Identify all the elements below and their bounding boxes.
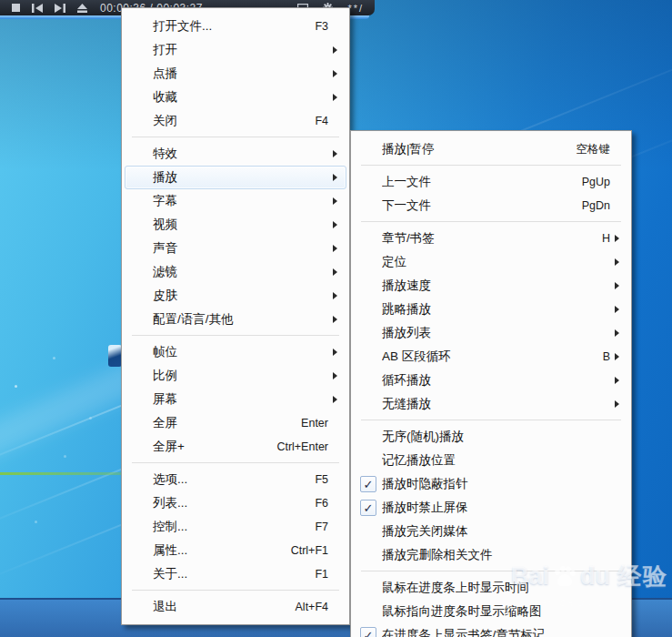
desktop-shortcut-icon[interactable]: [108, 345, 122, 367]
menu-item[interactable]: 鼠标在进度条上时显示时间: [354, 576, 628, 600]
menu-item[interactable]: 播放: [125, 166, 346, 189]
menu-separator: [361, 420, 621, 421]
next-icon[interactable]: [55, 4, 65, 13]
menu-item-shortcut: F4: [315, 115, 328, 127]
menu-item[interactable]: 声音: [125, 237, 346, 260]
eject-icon[interactable]: [77, 4, 87, 13]
menu-item-label: 控制...: [153, 519, 315, 535]
menu-item-shortcut: F3: [315, 20, 328, 33]
desktop-wallpaper: 00:00:36 / 00:03:27 **/: [0, 0, 672, 637]
submenu-arrow-icon: [333, 221, 346, 228]
menu-item-label: 列表...: [153, 495, 315, 511]
menu-item[interactable]: 点播: [125, 62, 346, 86]
menu-item[interactable]: 特效: [125, 142, 346, 166]
previous-icon[interactable]: [32, 4, 43, 13]
menu-item-label: 播放列表: [382, 325, 610, 341]
menu-item-label: 鼠标指向进度条时显示缩略图: [382, 603, 610, 620]
menu-item-shortcut: Alt+F4: [296, 601, 328, 613]
stop-icon[interactable]: [12, 4, 20, 12]
menu-item[interactable]: 循环播放: [354, 369, 628, 392]
submenu-arrow-icon: [333, 94, 346, 101]
menu-item[interactable]: 章节/书签H: [354, 227, 628, 250]
checkmark-icon: ✓: [355, 627, 382, 637]
menu-item[interactable]: 全屏Enter: [125, 411, 346, 435]
menu-item[interactable]: 播放列表: [354, 321, 628, 345]
menu-item[interactable]: AB 区段循环B: [354, 345, 628, 369]
submenu-arrow-icon: [333, 268, 346, 276]
menu-item[interactable]: 滤镜: [125, 260, 346, 284]
menu-item[interactable]: 属性...Ctrl+F1: [125, 539, 346, 562]
menu-item[interactable]: 控制...F7: [125, 515, 346, 539]
submenu-arrow-icon: [615, 400, 627, 408]
menu-item[interactable]: 全屏+Ctrl+Enter: [125, 435, 346, 459]
submenu-arrow-icon: [615, 377, 627, 384]
menu-item[interactable]: 帧位: [125, 340, 346, 364]
menu-item[interactable]: 字幕: [125, 189, 346, 213]
check-glyph: ✓: [360, 627, 376, 637]
menu-separator: [361, 165, 621, 167]
menu-item-shortcut: B: [603, 350, 610, 363]
menu-item-label: 鼠标在进度条上时显示时间: [382, 580, 610, 596]
menu-item[interactable]: 无序(随机)播放: [354, 425, 628, 449]
menu-item[interactable]: 播放速度: [354, 274, 628, 298]
menu-item-label: 播放: [153, 169, 328, 186]
menu-item-label: 无缝播放: [382, 396, 610, 412]
menu-item[interactable]: 收藏: [125, 86, 346, 109]
menu-item[interactable]: 播放完关闭媒体: [354, 520, 628, 543]
menu-item-shortcut: PgDn: [582, 199, 610, 212]
wallpaper-sparkle: [89, 417, 92, 420]
menu-separator: [361, 571, 621, 572]
menu-item-label: 选项...: [153, 471, 315, 488]
menu-item-label: 无序(随机)播放: [382, 429, 610, 445]
menu-separator: [132, 335, 339, 337]
submenu-arrow-icon: [615, 258, 627, 266]
menu-item[interactable]: 屏幕: [125, 388, 346, 411]
wallpaper-sparkle: [53, 357, 55, 359]
submenu-arrow-icon: [615, 306, 627, 313]
menu-item[interactable]: 打开文件...F3: [125, 15, 346, 38]
submenu-arrow-icon: [333, 292, 346, 299]
menu-item[interactable]: 关闭F4: [125, 109, 346, 133]
menu-item-label: 声音: [153, 240, 328, 257]
menu-item-shortcut: PgUp: [582, 176, 610, 188]
menu-item[interactable]: 皮肤: [125, 284, 346, 308]
menu-item[interactable]: 播放|暂停空格键: [354, 137, 628, 161]
menu-item-shortcut: Ctrl+F1: [291, 544, 328, 557]
menu-item[interactable]: 定位: [354, 250, 628, 274]
main-context-menu: 打开文件...F3打开点播收藏关闭F4特效播放字幕视频声音滤镜皮肤配置/语言/其…: [121, 7, 350, 625]
menu-item-label: 播放完删除相关文件: [382, 547, 610, 563]
menu-item-label: 章节/书签: [382, 230, 602, 247]
menu-item[interactable]: 播放完删除相关文件: [354, 543, 628, 567]
menu-item-label: 下一文件: [382, 197, 582, 214]
menu-item[interactable]: 打开: [125, 38, 346, 62]
menu-item[interactable]: ✓播放时隐蔽指针: [354, 472, 628, 496]
menu-item-shortcut: 空格键: [577, 142, 611, 157]
menu-item[interactable]: 视频: [125, 213, 346, 237]
menu-item[interactable]: 上一文件PgUp: [354, 170, 628, 194]
menu-item[interactable]: 退出Alt+F4: [125, 595, 346, 619]
menu-item-label: AB 区段循环: [382, 349, 603, 365]
menu-item[interactable]: 比例: [125, 364, 346, 388]
menu-item[interactable]: 配置/语言/其他: [125, 308, 346, 331]
menu-item-label: 循环播放: [382, 372, 610, 389]
menu-item[interactable]: 记忆播放位置: [354, 449, 628, 472]
menu-item[interactable]: 下一文件PgDn: [354, 194, 628, 217]
menu-item[interactable]: 跳略播放: [354, 298, 628, 321]
menu-item-label: 帧位: [153, 344, 328, 360]
submenu-arrow-icon: [333, 396, 346, 403]
menu-item-shortcut: H: [602, 232, 610, 245]
menu-item[interactable]: 列表...F6: [125, 491, 346, 515]
menu-item-shortcut: F7: [315, 521, 328, 533]
checkmark-icon: ✓: [355, 476, 382, 492]
menu-item[interactable]: ✓在进度条上显示书签/章节标记: [354, 623, 628, 637]
menu-item-label: 属性...: [153, 542, 291, 559]
menu-item[interactable]: 选项...F5: [125, 468, 346, 491]
menu-item[interactable]: 鼠标指向进度条时显示缩略图: [354, 600, 628, 623]
check-glyph: ✓: [360, 500, 376, 516]
menu-item[interactable]: 关于...F1: [125, 562, 346, 586]
menu-item[interactable]: ✓播放时禁止屏保: [354, 496, 628, 520]
menu-item-label: 字幕: [153, 193, 328, 209]
submenu-arrow-icon: [615, 329, 627, 337]
wallpaper-sparkle: [64, 455, 66, 458]
menu-item[interactable]: 无缝播放: [354, 392, 628, 416]
